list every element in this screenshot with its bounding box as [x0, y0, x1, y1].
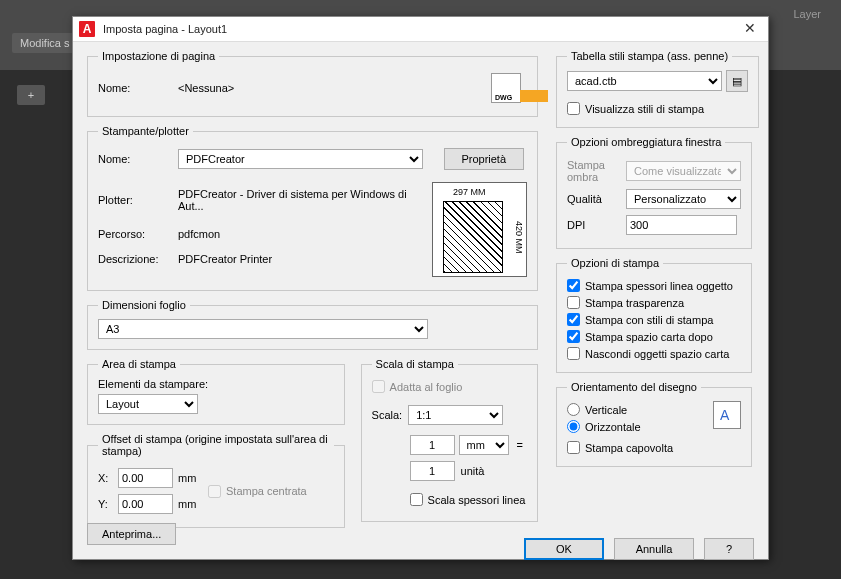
printer-select[interactable]: PDFCreator — [178, 149, 423, 169]
printer-group: Stampante/plotter Nome: PDFCreator Propr… — [87, 125, 538, 291]
upside-label: Stampa capovolta — [585, 442, 673, 454]
titlebar: A Imposta pagina - Layout1 ✕ — [73, 17, 768, 42]
plot-styles-group: Tabella stili stampa (ass. penne) acad.c… — [556, 50, 759, 128]
dpi-label: DPI — [567, 212, 626, 238]
styles-legend: Tabella stili stampa (ass. penne) — [567, 50, 732, 62]
scale-legend: Scala di stampa — [372, 358, 458, 370]
center-label: Stampa centrata — [226, 485, 307, 497]
y-unit: mm — [178, 491, 208, 517]
x-label: X: — [98, 465, 118, 491]
plot-area-select[interactable]: Layout — [98, 394, 198, 414]
dialog-title: Imposta pagina - Layout1 — [103, 23, 738, 35]
scale-den-unit: unità — [461, 465, 485, 477]
paper-size-select[interactable]: A3 — [98, 319, 428, 339]
page-setup-group: Impostazione di pagina Nome: <Nessuna> — [87, 50, 538, 117]
display-styles-checkbox[interactable] — [567, 102, 580, 115]
offset-x-input[interactable] — [118, 468, 173, 488]
upside-checkbox[interactable] — [567, 441, 580, 454]
scale-unit-select[interactable]: mm — [459, 435, 509, 455]
edit-icon: ▤ — [732, 75, 742, 88]
paper-size-group: Dimensioni foglio A3 — [87, 299, 538, 350]
plot-options-group: Opzioni di stampa Stampa spessori linea … — [556, 257, 752, 373]
preview-height: 420 MM — [514, 221, 524, 254]
where-value: pdfcmon — [178, 221, 424, 246]
landscape-label: Orizzontale — [585, 421, 641, 433]
opt-lw-label: Stampa spessori linea oggetto — [585, 280, 733, 292]
opt-hide-label: Nascondi oggetti spazio carta — [585, 348, 729, 360]
page-name-value: <Nessuna> — [178, 70, 491, 106]
opt-hide-checkbox[interactable] — [567, 347, 580, 360]
cancel-button[interactable]: Annulla — [614, 538, 694, 560]
scale-den-input[interactable] — [410, 461, 455, 481]
fit-checkbox — [372, 380, 385, 393]
display-styles-label: Visualizza stili di stampa — [585, 103, 704, 115]
equals-label: = — [513, 439, 527, 451]
layer-label: Layer — [793, 8, 821, 20]
plot-style-select[interactable]: acad.ctb — [567, 71, 722, 91]
opt-paperspace-label: Stampa spazio carta dopo — [585, 331, 713, 343]
portrait-radio[interactable] — [567, 403, 580, 416]
page-setup-dialog: A Imposta pagina - Layout1 ✕ Impostazion… — [72, 16, 769, 560]
plot-area-group: Area di stampa Elementi da stampare: Lay… — [87, 358, 345, 425]
quality-label: Qualità — [567, 186, 626, 212]
opt-lw-checkbox[interactable] — [567, 279, 580, 292]
orientation-group: Orientamento del disegno Verticale Orizz… — [556, 381, 752, 467]
dwg-icon — [491, 73, 521, 103]
preview-button[interactable]: Anteprima... — [87, 523, 176, 545]
shade-group: Opzioni ombreggiatura finestra Stampa om… — [556, 136, 752, 249]
offset-group: Offset di stampa (origine impostata sull… — [87, 433, 345, 528]
y-label: Y: — [98, 491, 118, 517]
printer-legend: Stampante/plotter — [98, 125, 193, 137]
preview-width: 297 MM — [453, 187, 486, 197]
orientation-icon — [713, 401, 741, 429]
ok-button[interactable]: OK — [524, 538, 604, 560]
center-checkbox — [208, 485, 221, 498]
offset-y-input[interactable] — [118, 494, 173, 514]
shade-label: Stampa ombra — [567, 156, 626, 186]
paper-preview: 297 MM 420 MM — [432, 182, 527, 277]
add-tab-button[interactable]: + — [17, 85, 45, 105]
opt-styles-checkbox[interactable] — [567, 313, 580, 326]
dpi-input[interactable] — [626, 215, 737, 235]
scale-lineweights-checkbox[interactable] — [410, 493, 423, 506]
close-button[interactable]: ✕ — [738, 17, 762, 41]
edit-style-button[interactable]: ▤ — [726, 70, 748, 92]
scale-group: Scala di stampa Adatta al foglio Scala: … — [361, 358, 538, 522]
portrait-label: Verticale — [585, 404, 627, 416]
opt-transparency-checkbox[interactable] — [567, 296, 580, 309]
printer-name-label: Nome: — [98, 145, 178, 173]
offset-legend: Offset di stampa (origine impostata sull… — [98, 433, 334, 457]
page-name-label: Nome: — [98, 70, 178, 106]
opt-paperspace-checkbox[interactable] — [567, 330, 580, 343]
scale-label: Scala: — [372, 409, 403, 421]
x-unit: mm — [178, 465, 208, 491]
landscape-radio[interactable] — [567, 420, 580, 433]
where-label: Percorso: — [98, 221, 178, 246]
orient-legend: Orientamento del disegno — [567, 381, 701, 393]
opt-transparency-label: Stampa trasparenza — [585, 297, 684, 309]
scale-select[interactable]: 1:1 — [408, 405, 503, 425]
page-setup-legend: Impostazione di pagina — [98, 50, 219, 62]
area-legend: Area di stampa — [98, 358, 180, 370]
shade-select: Come visualizzata — [626, 161, 741, 181]
plotter-label: Plotter: — [98, 179, 178, 221]
plotter-value: PDFCreator - Driver di sistema per Windo… — [178, 179, 424, 221]
desc-label: Descrizione: — [98, 246, 178, 271]
quality-select[interactable]: Personalizzato — [626, 189, 741, 209]
fit-label: Adatta al foglio — [390, 381, 463, 393]
shade-legend: Opzioni ombreggiatura finestra — [567, 136, 725, 148]
bg-tab: Modifica s — [12, 33, 78, 53]
opt-styles-label: Stampa con stili di stampa — [585, 314, 713, 326]
scale-num-input[interactable] — [410, 435, 455, 455]
desc-value: PDFCreator Printer — [178, 246, 424, 271]
paper-legend: Dimensioni foglio — [98, 299, 190, 311]
properties-button[interactable]: Proprietà — [444, 148, 524, 170]
area-elements-label: Elementi da stampare: — [98, 378, 334, 390]
scale-lineweights-label: Scala spessori linea — [428, 494, 526, 506]
options-legend: Opzioni di stampa — [567, 257, 663, 269]
autocad-logo-icon: A — [79, 21, 95, 37]
help-button[interactable]: ? — [704, 538, 754, 560]
